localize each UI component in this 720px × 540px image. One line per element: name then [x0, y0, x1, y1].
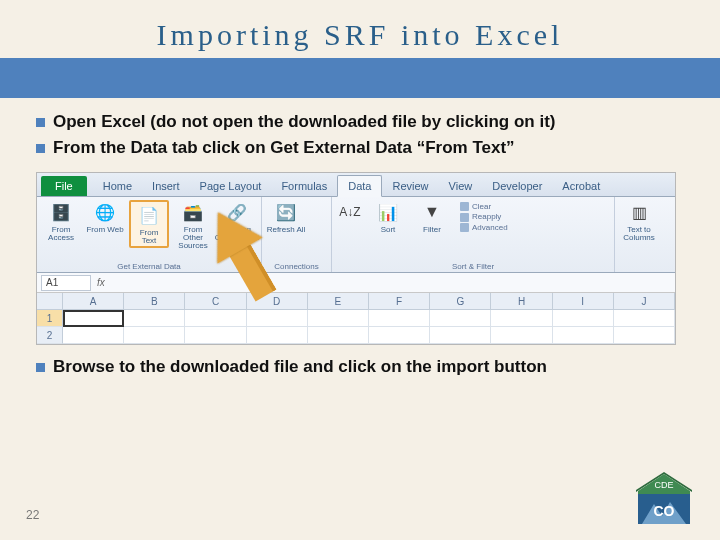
col-G[interactable]: G — [430, 293, 491, 309]
cell[interactable] — [430, 327, 491, 344]
col-E[interactable]: E — [308, 293, 369, 309]
page-title: Importing SRF into Excel — [0, 18, 720, 52]
from-text-button[interactable]: 📄 From Text — [129, 200, 169, 248]
tab-developer[interactable]: Developer — [482, 176, 552, 196]
excel-window: File Home Insert Page Layout Formulas Da… — [36, 172, 676, 345]
text-to-columns-button[interactable]: ▥ Text to Columns — [619, 200, 659, 242]
sort-az-button[interactable]: A↓Z — [336, 200, 364, 224]
column-headers: A B C D E F G H I J — [37, 293, 675, 310]
square-bullet-icon — [36, 363, 45, 372]
logo-co-text: CO — [654, 503, 675, 519]
cell[interactable] — [63, 327, 124, 344]
row-header-1[interactable]: 1 — [37, 310, 63, 327]
from-text-label: From Text — [132, 229, 166, 245]
sort-az-icon: A↓Z — [338, 200, 362, 224]
blue-divider-band — [0, 58, 720, 98]
from-access-button[interactable]: 🗄️ From Access — [41, 200, 81, 242]
group-sort-filter: A↓Z 📊 Sort ▼ Filter Clear Reapply — [332, 197, 615, 272]
file-tab[interactable]: File — [41, 176, 87, 196]
cell[interactable] — [247, 310, 308, 327]
other-sources-icon: 🗃️ — [181, 200, 205, 224]
cell[interactable] — [247, 327, 308, 344]
ribbon-tabs: File Home Insert Page Layout Formulas Da… — [37, 173, 675, 197]
filter-options: Clear Reapply Advanced — [456, 200, 512, 234]
select-all-corner[interactable] — [37, 293, 63, 309]
grid-row-2: 2 — [37, 327, 675, 344]
cell[interactable] — [614, 327, 675, 344]
square-bullet-icon — [36, 144, 45, 153]
refresh-all-label: Refresh All — [267, 226, 306, 234]
cell[interactable] — [491, 327, 552, 344]
bullet-1-text: Open Excel (do not open the downloaded f… — [53, 112, 555, 132]
logo-cde-text: CDE — [654, 480, 673, 490]
row-header-2[interactable]: 2 — [37, 327, 63, 344]
filter-icon: ▼ — [420, 200, 444, 224]
cell[interactable] — [185, 327, 246, 344]
clear-button[interactable]: Clear — [460, 202, 508, 211]
text-file-icon: 📄 — [137, 203, 161, 227]
fx-icon[interactable]: fx — [97, 277, 105, 288]
bullet-2-text: From the Data tab click on Get External … — [53, 138, 515, 158]
sort-icon: 📊 — [376, 200, 400, 224]
group-label-data-tools — [619, 270, 671, 271]
col-I[interactable]: I — [553, 293, 614, 309]
tab-insert[interactable]: Insert — [142, 176, 190, 196]
cell[interactable] — [369, 327, 430, 344]
web-icon: 🌐 — [93, 200, 117, 224]
cell[interactable] — [553, 310, 614, 327]
cell[interactable] — [369, 310, 430, 327]
filter-button[interactable]: ▼ Filter — [412, 200, 452, 234]
cell[interactable] — [308, 327, 369, 344]
cell-A1[interactable] — [63, 310, 124, 327]
from-web-label: From Web — [86, 226, 123, 234]
tab-acrobat[interactable]: Acrobat — [552, 176, 610, 196]
bullet-3: Browse to the downloaded file and click … — [36, 357, 684, 377]
reapply-button[interactable]: Reapply — [460, 212, 508, 221]
col-A[interactable]: A — [63, 293, 124, 309]
bullet-3-text: Browse to the downloaded file and click … — [53, 357, 547, 377]
tab-review[interactable]: Review — [382, 176, 438, 196]
refresh-all-button[interactable]: 🔄 Refresh All — [266, 200, 306, 234]
col-B[interactable]: B — [124, 293, 185, 309]
title-area: Importing SRF into Excel — [0, 0, 720, 58]
col-F[interactable]: F — [369, 293, 430, 309]
square-bullet-icon — [36, 118, 45, 127]
cde-colorado-logo-icon: CDE CO — [632, 470, 696, 528]
bullet-2: From the Data tab click on Get External … — [36, 138, 684, 158]
from-web-button[interactable]: 🌐 From Web — [85, 200, 125, 234]
text-to-columns-icon: ▥ — [627, 200, 651, 224]
group-data-tools: ▥ Text to Columns — [615, 197, 675, 272]
col-H[interactable]: H — [491, 293, 552, 309]
cell[interactable] — [614, 310, 675, 327]
cell[interactable] — [185, 310, 246, 327]
tab-home[interactable]: Home — [93, 176, 142, 196]
col-J[interactable]: J — [614, 293, 675, 309]
tab-formulas[interactable]: Formulas — [271, 176, 337, 196]
cell[interactable] — [124, 327, 185, 344]
text-to-columns-label: Text to Columns — [619, 226, 659, 242]
ribbon-body: 🗄️ From Access 🌐 From Web 📄 From Text — [37, 197, 675, 273]
cell[interactable] — [124, 310, 185, 327]
bullet-1: Open Excel (do not open the downloaded f… — [36, 112, 684, 132]
tab-view[interactable]: View — [439, 176, 483, 196]
name-box[interactable]: A1 — [41, 275, 91, 291]
page-number: 22 — [26, 508, 39, 522]
grid-row-1: 1 — [37, 310, 675, 327]
cell[interactable] — [491, 310, 552, 327]
formula-bar: A1 fx — [37, 273, 675, 293]
from-access-label: From Access — [41, 226, 81, 242]
refresh-icon: 🔄 — [274, 200, 298, 224]
cell[interactable] — [430, 310, 491, 327]
excel-screenshot: File Home Insert Page Layout Formulas Da… — [36, 172, 684, 345]
group-label-sort-filter: Sort & Filter — [336, 261, 610, 271]
cell[interactable] — [553, 327, 614, 344]
filter-label: Filter — [423, 226, 441, 234]
access-icon: 🗄️ — [49, 200, 73, 224]
sort-label: Sort — [381, 226, 396, 234]
tab-data[interactable]: Data — [337, 175, 382, 197]
sort-button[interactable]: 📊 Sort — [368, 200, 408, 234]
cell[interactable] — [308, 310, 369, 327]
tab-page-layout[interactable]: Page Layout — [190, 176, 272, 196]
advanced-button[interactable]: Advanced — [460, 223, 508, 232]
content-area: Open Excel (do not open the downloaded f… — [0, 98, 720, 377]
